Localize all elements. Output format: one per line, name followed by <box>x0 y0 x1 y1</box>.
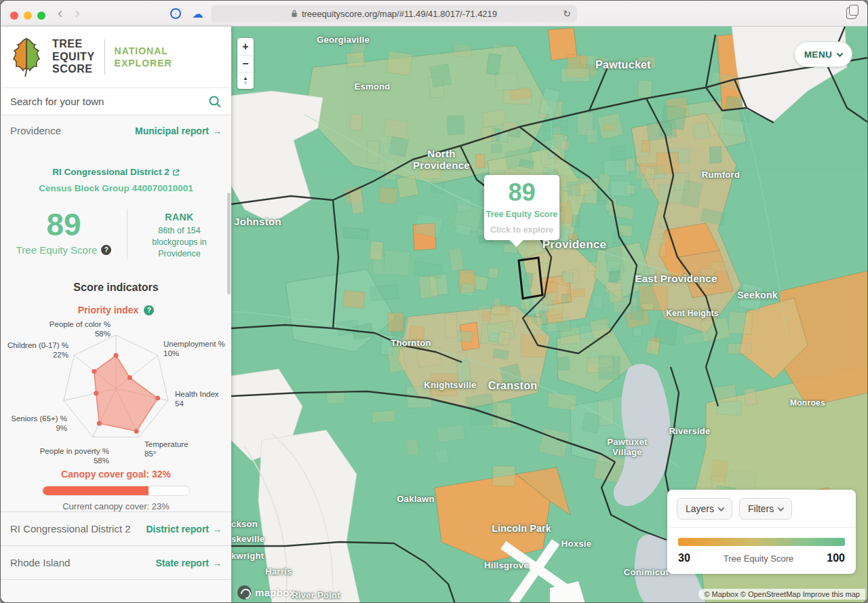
window-controls <box>10 12 45 20</box>
zoom-out-button[interactable]: − <box>237 55 254 72</box>
svg-text:Seniors (65+) %: Seniors (65+) % <box>11 414 67 423</box>
logo-subtitle: NATIONAL EXPLORER <box>115 45 172 69</box>
oak-leaf-icon <box>12 36 43 78</box>
district-report-row: RI Congressional District 2 District rep… <box>1 511 231 545</box>
tree-equity-score-label: Tree Equity Score ? <box>16 244 112 256</box>
zoom-in-button[interactable]: + <box>237 38 254 55</box>
canopy-progress-bar <box>42 486 190 496</box>
app-logo[interactable]: TREE EQUITY SCORE NATIONAL EXPLORER <box>1 26 231 87</box>
map-attribution: © Mapbox © OpenStreetMap Improve this ma… <box>698 589 865 600</box>
lock-icon <box>291 9 298 18</box>
menu-button[interactable]: MENU <box>794 41 852 67</box>
svg-text:People in poverty %: People in poverty % <box>40 447 109 455</box>
popup-score-value: 89 <box>484 180 559 205</box>
svg-text:85°: 85° <box>144 450 156 458</box>
state-report-row: Rhode Island State report→ <box>1 545 231 579</box>
svg-text:Children (0-17) %: Children (0-17) % <box>7 341 68 349</box>
back-button[interactable]: ‹ <box>58 5 62 22</box>
canopy-block: Canopy cover goal: 32% Current canopy co… <box>1 469 231 511</box>
svg-text:Temperature: Temperature <box>144 440 189 448</box>
chevron-down-icon <box>718 505 725 511</box>
canopy-current-label: Current canopy cover: 23% <box>1 501 231 511</box>
reload-icon[interactable]: ↻ <box>563 8 571 19</box>
blockgroup-link[interactable]: Census Block Group 440070010001 <box>1 182 231 195</box>
browser-window: ‹ › ◦ ☁ I treeequityscore.org/map/#11.49… <box>0 0 868 603</box>
extension-cloud-icon[interactable]: ☁ <box>191 7 204 20</box>
browser-chrome: ‹ › ◦ ☁ I treeequityscore.org/map/#11.49… <box>1 1 867 26</box>
municipality-row: Providence Municipal report→ <box>1 115 231 146</box>
svg-text:People of color %: People of color % <box>50 320 111 328</box>
chevron-down-icon <box>837 50 844 57</box>
legend-max: 100 <box>827 552 845 564</box>
address-bar[interactable]: treeequityscore.org/map/#11.49/41.8017/-… <box>211 5 577 22</box>
url-text: treeequityscore.org/map/#11.49/41.8017/-… <box>302 9 497 19</box>
canopy-goal-label: Canopy cover goal: 32% <box>1 469 231 480</box>
popup-score-label: Tree Equity Score <box>484 210 559 219</box>
extension-badge-icon[interactable]: ◦ <box>169 7 182 20</box>
logo-title: TREE EQUITY SCORE <box>52 38 95 77</box>
congressional-district-link[interactable]: RI Congressional District 2 <box>52 166 180 179</box>
search-bar <box>1 87 231 115</box>
score-indicators-title: Score indicators <box>1 281 231 294</box>
forward-button[interactable]: › <box>75 5 79 22</box>
svg-text:Unemployment %: Unemployment % <box>163 340 225 348</box>
svg-text:10%: 10% <box>163 349 179 357</box>
search-icon[interactable] <box>208 95 222 109</box>
popup-click-hint: Click to explore <box>484 225 559 235</box>
municipal-report-link[interactable]: Municipal report→ <box>135 125 222 136</box>
state-name: Rhode Island <box>10 557 70 568</box>
sidebar-scrollbar[interactable] <box>227 193 231 294</box>
svg-text:Health Index: Health Index <box>175 390 219 398</box>
mapbox-logo-icon <box>237 585 252 600</box>
svg-text:22%: 22% <box>53 351 68 359</box>
score-gradient-bar <box>678 538 845 546</box>
external-link-icon <box>172 169 180 176</box>
legend-panel: Layers Filters 30 Tree Equity Score 100 <box>667 490 856 574</box>
state-report-link[interactable]: State report→ <box>155 558 222 568</box>
chevron-down-icon <box>778 505 785 511</box>
search-input[interactable] <box>10 96 208 107</box>
mapbox-logo[interactable]: mapbox <box>237 585 295 600</box>
sidebar: TREE EQUITY SCORE NATIONAL EXPLORER Prov… <box>1 26 231 603</box>
layers-button[interactable]: Layers <box>677 498 732 520</box>
district-report-link[interactable]: District report→ <box>146 524 222 534</box>
close-window-button[interactable] <box>10 12 18 20</box>
svg-text:9%: 9% <box>56 424 67 432</box>
filters-button[interactable]: Filters <box>739 498 792 520</box>
map-score-popup[interactable]: 89 Tree Equity Score Click to explore <box>484 175 559 240</box>
svg-text:54: 54 <box>175 400 184 408</box>
legend-title: Tree Equity Score <box>724 553 794 564</box>
priority-index-title: Priority index ? <box>1 305 231 315</box>
map-container[interactable]: GeorgiavilleEsmondPawtucketNorth Provide… <box>231 26 867 603</box>
priority-index-radar-chart: People of color %58%Unemployment %10%Hea… <box>1 318 231 467</box>
tree-equity-score-value: 89 <box>1 209 127 240</box>
priority-index-help-icon[interactable]: ? <box>144 305 154 315</box>
municipality-name: Providence <box>10 125 61 136</box>
score-card: 89 Tree Equity Score ? RANK 86th of 154 … <box>1 209 231 260</box>
pitch-toggle-button[interactable]: ▲▼ <box>237 72 254 89</box>
legend-min: 30 <box>678 552 690 564</box>
svg-text:58%: 58% <box>95 330 111 338</box>
map-zoom-control: + − ▲▼ <box>237 38 254 89</box>
district-name: RI Congressional District 2 <box>10 523 131 534</box>
score-help-icon[interactable]: ? <box>101 245 111 255</box>
minimize-window-button[interactable] <box>24 12 32 20</box>
rank-block: RANK 86th of 154 blockgroups inProvidenc… <box>127 209 231 260</box>
rank-title: RANK <box>136 212 223 222</box>
zoom-window-button[interactable] <box>37 12 45 20</box>
improve-map-link[interactable]: Improve this map <box>803 590 860 598</box>
tabs-copy-icon[interactable] <box>846 7 856 19</box>
svg-text:58%: 58% <box>94 456 109 465</box>
